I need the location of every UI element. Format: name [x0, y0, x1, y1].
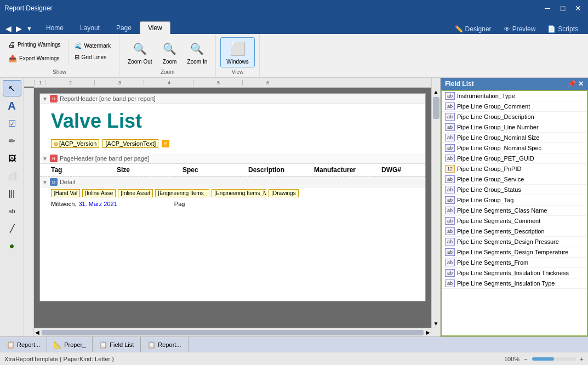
acp-version-field[interactable]: ⊕ [ACP_Version: [51, 139, 99, 148]
checkbox-icon: ☑: [8, 118, 16, 129]
list-item[interactable]: abInstrumentation_Type: [442, 91, 587, 101]
scroll-right-btn[interactable]: ▶: [426, 329, 430, 335]
windows-button[interactable]: ⬜ Windows: [220, 37, 255, 67]
field-item-label: Pipe Line Segments_Class Name: [457, 207, 547, 214]
page-content: ▼ H ReportHeader [one band per report] V…: [39, 93, 426, 301]
zoom-out-button[interactable]: 🔍 Zoom Out: [124, 37, 156, 67]
list-item[interactable]: abPipe Line Group_Description: [442, 112, 587, 122]
tab-view[interactable]: View: [140, 21, 170, 34]
zoom-plus-btn[interactable]: +: [580, 356, 584, 362]
scroll-left-btn[interactable]: ◀: [35, 329, 39, 335]
hscroll-thumb[interactable]: [42, 330, 424, 335]
edit-tool[interactable]: ✏: [3, 133, 21, 149]
bottom-tab-fieldlist[interactable]: 📋 Field List: [93, 337, 141, 352]
list-item[interactable]: abPipe Line Group_PET_GUID: [442, 153, 587, 164]
list-item[interactable]: abPipe Line Group_Nominal Size: [442, 133, 587, 143]
line-icon: ╱: [10, 224, 14, 233]
list-item[interactable]: abPipe Line Segments_Comment: [442, 216, 587, 226]
checkbox-tool[interactable]: ☑: [3, 115, 21, 132]
bottom-tab-report2[interactable]: 📋 Report...: [141, 337, 188, 352]
scripts-icon: 📄: [547, 25, 556, 33]
list-item[interactable]: abPipe Line Segments_Insulation Type: [442, 278, 587, 289]
list-item[interactable]: abPipe Line Segments_Insulation Thicknes…: [442, 268, 587, 278]
detail-field-2[interactable]: [Inline Asset: [118, 189, 153, 197]
quick-save-btn[interactable]: ▼: [25, 24, 33, 33]
restore-button[interactable]: □: [557, 3, 568, 14]
tab-home[interactable]: Home: [38, 21, 72, 34]
export-warn-icon: 📤: [8, 54, 17, 62]
acp-version-text-field[interactable]: [ACP_VersionText]: [102, 139, 158, 148]
list-item[interactable]: abPipe Line Group_Line Number: [442, 122, 587, 133]
close-button[interactable]: ✕: [573, 3, 584, 14]
band-arrow: ▼: [42, 96, 48, 102]
select-icon: ↖: [8, 83, 15, 94]
printing-warnings-button[interactable]: 🖨 Printing Warnings: [4, 38, 65, 51]
tab-layout[interactable]: Layout: [72, 21, 108, 34]
list-item[interactable]: abPipe Line Group_Service: [442, 174, 587, 185]
col-desc: Description: [248, 166, 281, 174]
barcode-tool[interactable]: |||: [3, 185, 21, 202]
forward-btn[interactable]: ▶: [15, 23, 23, 34]
field-type-icon: ab: [445, 227, 455, 235]
scroll-up-btn[interactable]: ▲: [432, 88, 440, 96]
preview-button[interactable]: 👁 Preview: [498, 24, 541, 34]
ellipse-tool[interactable]: ●: [3, 238, 21, 254]
list-item[interactable]: abPipe Line Segments_Description: [442, 226, 587, 237]
detail-field-4[interactable]: [Engineering Items_M: [212, 189, 266, 197]
back-btn[interactable]: ◀: [4, 23, 13, 34]
vertical-scrollbar[interactable]: ▲ ▼: [431, 88, 440, 328]
horizontal-scrollbar[interactable]: ◀ ▶: [34, 328, 431, 337]
image-tool[interactable]: 🖼: [3, 150, 21, 167]
list-item[interactable]: abPipe Line Group_Nominal Spec: [442, 143, 587, 153]
watermark-button[interactable]: 🌊 Watermark: [71, 41, 115, 51]
detail-field-0[interactable]: [Hand Val: [51, 189, 80, 197]
bottom-tabs: 📋 Report... 📐 Proper_ 📋 Field List 📋 Rep…: [0, 337, 588, 352]
field-type-icon: ab: [445, 280, 455, 287]
pin-button[interactable]: 📌: [568, 80, 576, 88]
scroll-thumb[interactable]: [433, 97, 439, 119]
show-group-label: Show: [4, 69, 115, 77]
page-header-band: ▼ H PageHeader [one band per page]: [40, 153, 425, 164]
field-item-label: Pipe Line Segments_Comment: [457, 218, 540, 224]
label-tool[interactable]: ab: [3, 203, 21, 219]
field-item-label: Pipe Line Group_PnPID: [457, 166, 521, 172]
bottom-tab-report1[interactable]: 📋 Report...: [0, 337, 47, 352]
zoom-button[interactable]: 🔍 Zoom: [157, 37, 182, 67]
list-item[interactable]: abPipe Line Segments_Design Pressure: [442, 237, 587, 247]
list-item[interactable]: abPipe Line Segments_From: [442, 258, 587, 268]
export-warnings-button[interactable]: 📤 Export Warnings: [4, 52, 65, 65]
title-bar-title: Report Designer: [4, 4, 52, 12]
designer-button[interactable]: ✏️ Designer: [449, 24, 497, 34]
list-item[interactable]: abPipe Line Segments_Class Name: [442, 206, 587, 216]
zoom-in-button[interactable]: 🔍 Zoom In: [184, 37, 212, 67]
close-panel-button[interactable]: ✕: [578, 80, 584, 88]
list-item[interactable]: abPipe Line Group_Status: [442, 185, 587, 195]
zoom-slider[interactable]: [532, 357, 576, 361]
shape-tool[interactable]: ⬜: [3, 168, 21, 184]
list-item[interactable]: 12Pipe Line Group_PnPID: [442, 164, 587, 174]
field-type-icon: ab: [445, 238, 455, 246]
detail-field-1[interactable]: [Inline Asse: [82, 189, 116, 197]
detail-field-3[interactable]: [Engineering Items_: [155, 189, 209, 197]
title-bar-controls: ─ □ ✕: [542, 3, 584, 14]
select-tool[interactable]: ↖: [3, 80, 21, 96]
grid-lines-button[interactable]: ⊞ Grid Lines: [71, 52, 115, 62]
list-item[interactable]: abPipe Line Group_Comment: [442, 101, 587, 112]
tab-page[interactable]: Page: [108, 21, 140, 34]
list-item[interactable]: abPipe Line Group_Tag: [442, 195, 587, 206]
scroll-down-btn[interactable]: ▼: [432, 320, 440, 328]
canvas-scroll-area[interactable]: ▼ H ReportHeader [one band per report] V…: [24, 88, 440, 328]
zoom-minus-btn[interactable]: −: [524, 356, 527, 362]
line-tool[interactable]: ╱: [3, 220, 21, 237]
field-item-label: Pipe Line Group_Nominal Size: [457, 134, 539, 141]
field-type-icon: ab: [445, 144, 455, 152]
list-item[interactable]: abPipe Line Segments_Design Temperature: [442, 247, 587, 258]
text-tool[interactable]: A: [3, 98, 21, 114]
detail-field-5[interactable]: [Drawings: [269, 189, 298, 197]
barcode-icon: |||: [9, 189, 15, 198]
field-item-label: Pipe Line Segments_From: [457, 259, 528, 266]
minimize-button[interactable]: ─: [542, 3, 553, 14]
scripts-button[interactable]: 📄 Scripts: [542, 24, 584, 34]
bottom-tab-proper[interactable]: 📐 Proper_: [47, 337, 93, 352]
field-icon-1: ⊕: [54, 141, 58, 147]
